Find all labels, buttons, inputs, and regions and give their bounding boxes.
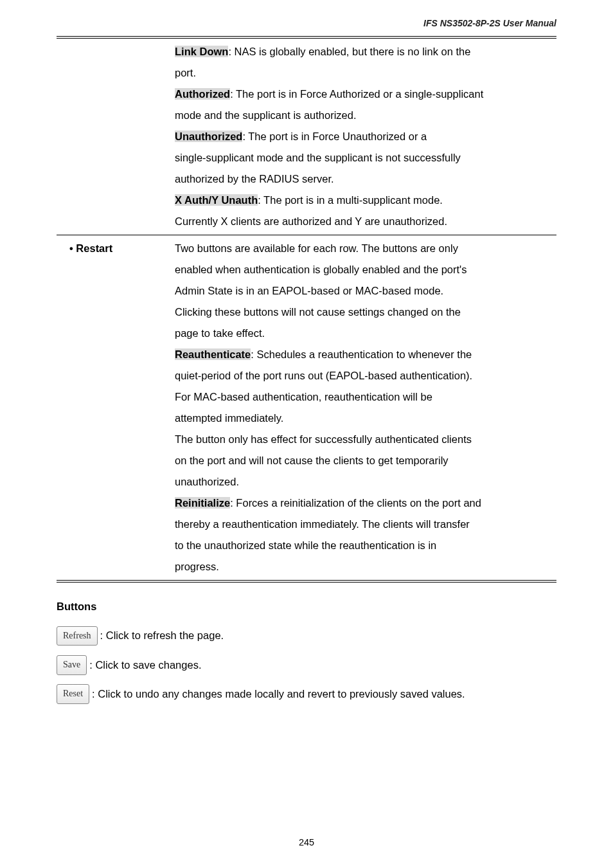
r2-l9: attempted immediately. xyxy=(175,408,550,429)
r2-l2: enabled when authentication is globally … xyxy=(175,259,550,280)
reset-button[interactable]: Reset xyxy=(57,684,89,704)
refresh-button[interactable]: Refresh xyxy=(57,626,98,646)
r2-l14: thereby a reauthentication immediately. … xyxy=(175,514,550,535)
r2-l3: Admin State is in an EAPOL-based or MAC-… xyxy=(175,280,550,302)
table-row: • Restart Two buttons are available for … xyxy=(57,235,556,581)
row1-label xyxy=(57,39,172,235)
reauth-tail: : Schedules a reauthentication to whenev… xyxy=(251,348,472,360)
single-supp-line: single-supplicant mode and the supplican… xyxy=(175,147,550,168)
table-row: Link Down: NAS is globally enabled, but … xyxy=(57,39,556,235)
r2-l16: progress. xyxy=(175,556,550,577)
linkdown-label: Link Down xyxy=(175,46,228,57)
refresh-text: : Click to refresh the page. xyxy=(100,626,224,646)
bottom-rule-1 xyxy=(57,580,556,581)
reinit-label: Reinitialize xyxy=(175,497,230,509)
buttons-heading: Buttons xyxy=(57,597,556,617)
reset-row: Reset : Click to undo any changes made l… xyxy=(57,684,556,704)
authorized-by-line: authorized by the RADIUS server. xyxy=(175,168,550,190)
authorized-label: Authorized xyxy=(175,88,230,100)
save-text: : Click to save changes. xyxy=(89,655,201,675)
reauth-label: Reauthenticate xyxy=(175,348,251,360)
unauth-label: Unauthorized xyxy=(175,131,242,142)
row1-desc: Link Down: NAS is globally enabled, but … xyxy=(172,39,556,235)
currently-line: Currently X clients are authorized and Y… xyxy=(175,211,550,232)
page-header: IFS NS3502-8P-2S User Manual xyxy=(0,0,613,28)
unauth-tail: : The port is in Force Unauthorized or a xyxy=(242,131,427,142)
xauth-label: X Auth/Y Unauth xyxy=(175,194,258,206)
save-button[interactable]: Save xyxy=(57,655,87,675)
reset-text: : Click to undo any changes made locally… xyxy=(92,684,465,704)
r2-l10: The button only has effect for successfu… xyxy=(175,429,550,450)
xauth-tail: : The port is in a multi-supplicant mode… xyxy=(258,194,443,206)
definition-table: Link Down: NAS is globally enabled, but … xyxy=(57,39,556,580)
port-line: port. xyxy=(175,62,550,84)
content-area: Link Down: NAS is globally enabled, but … xyxy=(0,28,613,583)
r2-l12: unauthorized. xyxy=(175,471,550,493)
buttons-section: Buttons Refresh : Click to refresh the p… xyxy=(0,583,613,704)
r2-l4: Clicking these buttons will not cause se… xyxy=(175,302,550,323)
linkdown-tail: : NAS is globally enabled, but there is … xyxy=(228,46,470,57)
authorized-tail: : The port is in Force Authorized or a s… xyxy=(230,88,483,100)
row2-label: • Restart xyxy=(57,235,172,581)
top-rule-1 xyxy=(57,36,556,37)
row2-desc: Two buttons are available for each row. … xyxy=(172,235,556,581)
r2-l8: For MAC-based authentication, reauthenti… xyxy=(175,386,550,408)
r2-l15: to the unauthorized state while the reau… xyxy=(175,535,550,556)
refresh-row: Refresh : Click to refresh the page. xyxy=(57,626,556,646)
r2-l7: quiet-period of the port runs out (EAPOL… xyxy=(175,365,550,386)
mode-line: mode and the supplicant is authorized. xyxy=(175,105,550,126)
r2-l11: on the port and will not cause the clien… xyxy=(175,450,550,471)
reinit-tail: : Forces a reinitialization of the clien… xyxy=(230,497,481,509)
r2-l5: page to take effect. xyxy=(175,323,550,344)
page-number: 245 xyxy=(0,837,613,847)
save-row: Save : Click to save changes. xyxy=(57,655,556,675)
header-text: IFS NS3502-8P-2S User Manual xyxy=(423,18,556,28)
r2-l1: Two buttons are available for each row. … xyxy=(175,238,550,259)
